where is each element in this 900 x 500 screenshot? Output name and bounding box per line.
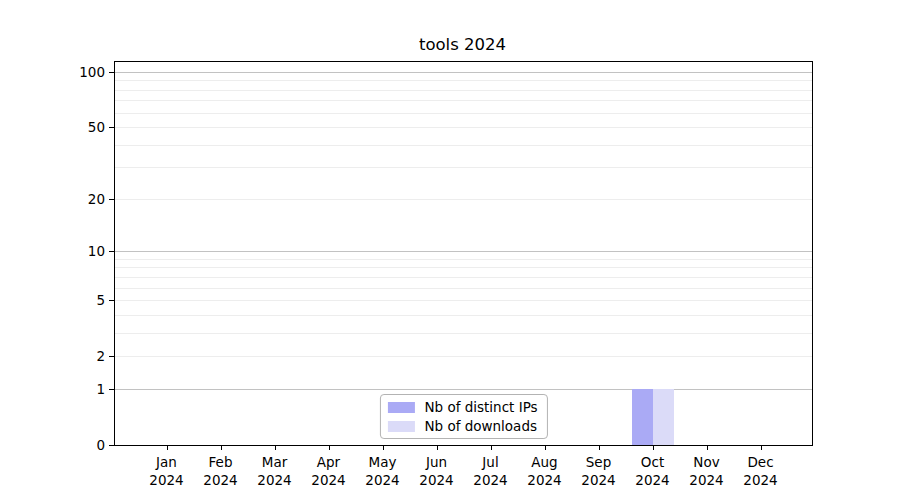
x-tick-label-jun: Jun2024	[407, 454, 467, 489]
x-tick-label-jan: Jan2024	[137, 454, 197, 489]
y-tick-label: 100	[49, 65, 105, 78]
y-tick	[109, 389, 114, 390]
legend-swatch-downloads	[387, 421, 414, 432]
x-tick	[437, 446, 438, 450]
plot-area: 0125102050100Jan2024Feb2024Mar2024Apr202…	[114, 61, 813, 446]
major-gridline	[115, 389, 812, 390]
y-tick	[109, 251, 114, 252]
y-tick	[109, 356, 114, 357]
bar-downloads-oct	[653, 389, 674, 445]
minor-gridline	[115, 333, 812, 334]
x-tick-label-sep: Sep2024	[569, 454, 629, 489]
chart-title: tools 2024	[114, 35, 811, 55]
legend-swatch-distinct-ips	[387, 402, 414, 413]
y-tick	[109, 300, 114, 301]
x-tick	[275, 446, 276, 450]
x-tick	[491, 446, 492, 450]
x-tick	[383, 446, 384, 450]
x-tick	[167, 446, 168, 450]
x-tick	[221, 446, 222, 450]
minor-gridline	[115, 288, 812, 289]
figure: tools 2024 0125102050100Jan2024Feb2024Ma…	[0, 0, 900, 500]
x-tick	[545, 446, 546, 450]
minor-gridline	[115, 315, 812, 316]
y-tick	[109, 127, 114, 128]
minor-gridline	[115, 300, 812, 301]
y-tick-label: 5	[49, 294, 105, 307]
minor-gridline	[115, 277, 812, 278]
y-tick-label: 20	[49, 192, 105, 205]
x-tick-label-dec: Dec2024	[731, 454, 791, 489]
legend-entry-distinct-ips: Nb of distinct IPs	[387, 399, 537, 415]
major-gridline	[115, 72, 812, 73]
minor-gridline	[115, 259, 812, 260]
x-tick-label-may: May2024	[353, 454, 413, 489]
minor-gridline	[115, 127, 812, 128]
x-tick-label-oct: Oct2024	[623, 454, 683, 489]
minor-gridline	[115, 199, 812, 200]
y-tick-label: 10	[49, 245, 105, 258]
y-tick-label: 1	[49, 382, 105, 395]
y-tick-label: 0	[49, 439, 105, 452]
minor-gridline	[115, 80, 812, 81]
bar-distinct-ips-oct	[632, 389, 653, 445]
minor-gridline	[115, 167, 812, 168]
minor-gridline	[115, 100, 812, 101]
legend: Nb of distinct IPs Nb of downloads	[379, 394, 547, 439]
legend-label-downloads: Nb of downloads	[424, 418, 537, 434]
x-tick	[761, 446, 762, 450]
legend-label-distinct-ips: Nb of distinct IPs	[424, 399, 537, 415]
x-tick-label-aug: Aug2024	[515, 454, 575, 489]
y-tick-label: 2	[49, 350, 105, 363]
minor-gridline	[115, 90, 812, 91]
x-tick-label-jul: Jul2024	[461, 454, 521, 489]
x-tick	[599, 446, 600, 450]
x-tick-label-apr: Apr2024	[299, 454, 359, 489]
minor-gridline	[115, 113, 812, 114]
y-tick	[109, 445, 114, 446]
x-tick-label-mar: Mar2024	[245, 454, 305, 489]
minor-gridline	[115, 356, 812, 357]
major-gridline	[115, 251, 812, 252]
x-tick	[329, 446, 330, 450]
y-tick-label: 50	[49, 121, 105, 134]
y-tick	[109, 199, 114, 200]
minor-gridline	[115, 267, 812, 268]
y-tick	[109, 72, 114, 73]
x-tick-label-feb: Feb2024	[191, 454, 251, 489]
x-tick	[707, 446, 708, 450]
minor-gridline	[115, 145, 812, 146]
x-tick-label-nov: Nov2024	[677, 454, 737, 489]
legend-entry-downloads: Nb of downloads	[387, 418, 537, 434]
x-tick	[653, 446, 654, 450]
